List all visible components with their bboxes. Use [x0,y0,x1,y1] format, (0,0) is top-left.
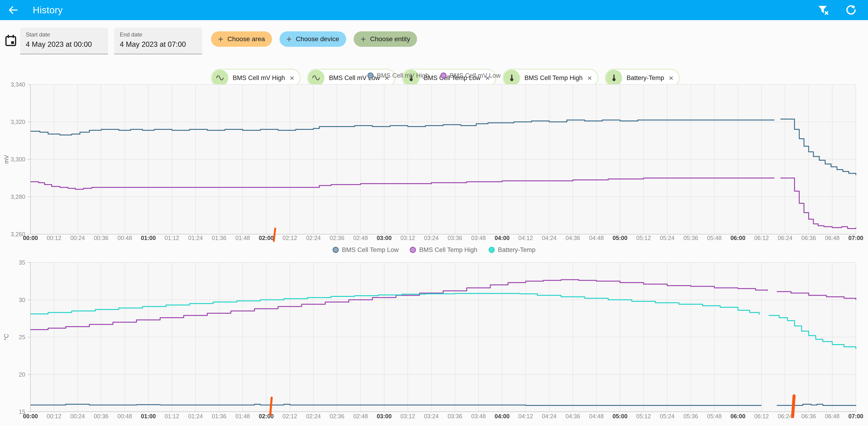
x-tick-label: 06:12 [754,235,769,241]
legend-color-dot [489,247,495,253]
x-tick-label: 00:48 [117,413,132,420]
x-tick-label: 05:00 [613,235,627,241]
y-tick-label: 15 [19,408,25,415]
legend-item[interactable]: BMS Cell Temp Low [333,246,399,253]
y-axis-unit-label: mV [3,155,9,164]
y-tick-label: 3,320 [10,119,25,125]
x-tick-label: 02:00 [259,235,274,241]
y-axis-unit-label: °C [3,334,9,340]
legend-label: BMS Cell mV Low [450,72,501,79]
x-tick-label: 04:48 [589,413,604,420]
choose-area-label: Choose area [227,35,265,43]
choose-device-chip[interactable]: +Choose device [280,31,346,47]
x-tick-label: 02:24 [306,413,321,420]
x-tick-label: 03:48 [471,235,486,241]
x-tick-label: 03:24 [424,413,439,420]
x-tick-label: 01:24 [188,413,203,420]
calendar-button[interactable] [4,34,17,48]
x-tick-label: 04:00 [495,235,510,241]
x-tick-label: 06:00 [731,413,745,420]
x-tick-label: 01:36 [212,413,226,420]
x-tick-label: 03:36 [448,413,462,420]
x-tick-label: 06:24 [778,235,793,241]
refresh-icon [845,4,857,16]
x-tick-label: 00:12 [47,413,62,420]
x-tick-label: 03:12 [400,413,415,420]
x-tick-label: 01:24 [188,235,203,241]
x-tick-label: 01:12 [165,235,179,241]
temp-chart[interactable]: 00:0000:1200:2400:3600:4801:0001:1201:24… [0,256,868,426]
temp-chart-legend: BMS Cell Temp LowBMS Cell Temp HighBatte… [0,245,868,254]
legend-item[interactable]: BMS Cell Temp High [410,246,477,253]
filter-toolbar: Start date 4 May 2023 at 00:00 End date … [0,20,868,71]
x-tick-label: 06:00 [731,235,745,241]
legend-label: BMS Cell Temp High [419,246,477,253]
orange-annotation-mark [270,398,272,415]
legend-item[interactable]: BMS Cell mV High [368,72,429,79]
x-tick-label: 02:36 [330,235,344,241]
calendar-icon [4,34,17,47]
x-tick-label: 06:36 [801,413,816,420]
choose-entity-chip[interactable]: +Choose entity [354,31,417,47]
choose-area-chip[interactable]: +Choose area [211,31,272,47]
x-tick-label: 02:48 [353,235,368,241]
x-tick-label: 01:00 [141,413,156,420]
legend-item[interactable]: BMS Cell mV Low [440,72,501,79]
legend-label: BMS Cell mV High [377,72,429,79]
x-tick-label: 02:36 [330,413,344,420]
legend-item[interactable]: Battery-Temp [489,246,536,253]
x-tick-label: 03:36 [448,235,462,241]
x-tick-label: 06:36 [801,235,816,241]
legend-label: BMS Cell Temp Low [342,246,399,253]
x-tick-label: 01:48 [235,413,250,420]
legend-color-dot [410,247,416,253]
x-tick-label: 02:24 [306,235,321,241]
y-tick-label: 35 [19,259,25,266]
x-tick-label: 07:00 [848,413,863,420]
refresh-button[interactable] [844,3,859,18]
arrow-left-icon [8,5,18,15]
x-tick-label: 05:36 [683,413,698,420]
back-button[interactable] [6,3,20,17]
legend-color-dot [333,247,339,253]
mv-chart-legend: BMS Cell mV HighBMS Cell mV Low [0,71,868,80]
x-tick-label: 06:24 [778,413,793,420]
y-tick-label: 30 [19,297,25,303]
x-tick-label: 06:48 [825,413,840,420]
x-tick-label: 07:00 [848,235,863,241]
x-tick-label: 05:48 [707,413,722,420]
plus-icon: + [218,35,223,43]
x-tick-label: 04:48 [589,235,604,241]
x-tick-label: 03:00 [377,413,392,420]
app-header: History [0,0,868,20]
x-tick-label: 04:24 [542,235,557,241]
plus-icon: + [361,35,366,43]
plus-icon: + [286,35,292,43]
x-tick-label: 01:36 [212,235,226,241]
x-tick-labels: 00:0000:1200:2400:3600:4801:0001:1201:24… [23,413,863,420]
start-date-field[interactable]: Start date 4 May 2023 at 00:00 [20,28,108,54]
x-tick-label: 05:48 [707,235,722,241]
x-tick-label: 04:00 [495,413,510,420]
end-date-label: End date [120,31,196,38]
x-tick-label: 03:48 [471,413,486,420]
choose-device-label: Choose device [296,35,339,43]
remove-filters-button[interactable] [816,3,831,18]
x-tick-label: 00:12 [47,235,62,241]
x-tick-label: 02:12 [283,235,297,241]
end-date-field[interactable]: End date 4 May 2023 at 07:00 [114,28,202,54]
y-tick-label: 25 [19,334,25,340]
y-tick-label: 3,260 [10,231,25,238]
mv-chart[interactable]: 00:0000:1200:2400:3600:4801:0001:1201:24… [0,80,868,256]
x-tick-label: 05:24 [660,413,675,420]
x-tick-label: 04:12 [518,235,533,241]
x-tick-label: 01:48 [235,235,250,241]
x-tick-label: 00:24 [70,235,85,241]
x-tick-label: 02:00 [259,413,274,420]
x-tick-label: 04:24 [542,413,557,420]
x-tick-label: 02:12 [283,413,297,420]
x-tick-label: 04:36 [565,413,580,420]
y-tick-label: 20 [19,371,25,378]
x-tick-label: 01:00 [141,235,156,241]
x-tick-label: 03:00 [377,235,392,241]
